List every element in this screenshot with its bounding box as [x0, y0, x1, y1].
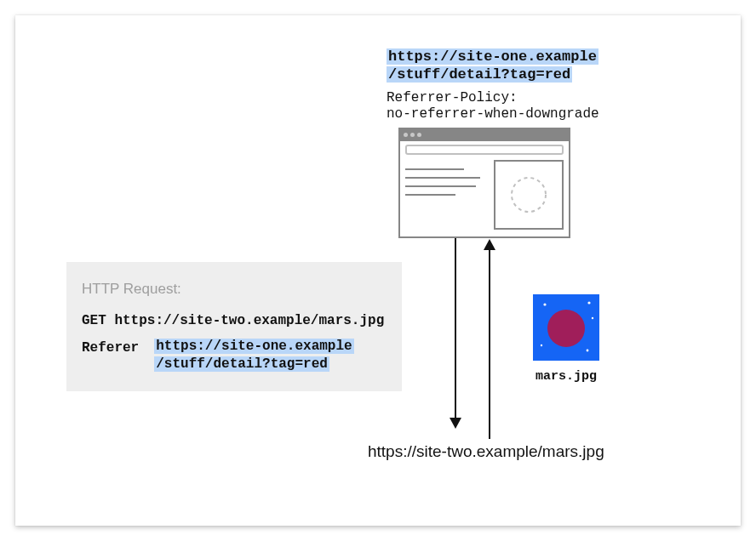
site-two-url: https://site-two.example/mars.jpg	[368, 442, 604, 461]
mars-thumbnail: mars.jpg	[533, 294, 599, 384]
http-referer-url: https://site-one.example /stuff/detail?t…	[154, 338, 353, 374]
browser-body	[400, 157, 569, 235]
svg-point-7	[587, 350, 589, 352]
http-request-box: HTTP Request: GET https://site-two.examp…	[66, 262, 402, 391]
mars-filename-label: mars.jpg	[533, 369, 599, 384]
image-placeholder-icon	[494, 160, 564, 230]
window-dot-icon	[404, 133, 408, 137]
arrow-up-icon	[489, 250, 490, 439]
svg-point-0	[512, 178, 546, 212]
mars-image-icon	[533, 294, 599, 361]
http-get-line: GET https://site-two.example/mars.jpg	[82, 310, 387, 333]
arrow-down-icon	[455, 238, 456, 427]
browser-urlbar-icon	[405, 145, 564, 155]
svg-point-3	[543, 303, 546, 305]
referer-url-line2: /stuff/detail?tag=red	[154, 356, 329, 372]
site-one-url: https://site-one.example /stuff/detail?t…	[387, 48, 598, 84]
browser-titlebar	[400, 129, 569, 141]
svg-point-4	[587, 301, 590, 304]
referer-url-line1: https://site-one.example	[154, 339, 353, 354]
browser-window-icon	[398, 128, 570, 238]
http-referer-label: Referer	[82, 338, 139, 360]
svg-point-2	[547, 310, 585, 347]
http-referer-row: Referer https://site-one.example /stuff/…	[82, 338, 387, 374]
policy-line1: Referrer-Policy:	[387, 90, 518, 105]
text-lines-icon	[405, 160, 489, 230]
policy-line2: no-referrer-when-downgrade	[387, 106, 599, 122]
window-dot-icon	[417, 133, 421, 137]
site-one-url-line1: https://site-one.example	[387, 48, 598, 65]
diagram-card: https://site-one.example /stuff/detail?t…	[15, 15, 741, 526]
svg-point-6	[541, 345, 542, 346]
window-dot-icon	[410, 133, 415, 137]
http-request-title: HTTP Request:	[82, 277, 387, 300]
referrer-policy-text: Referrer-Policy: no-referrer-when-downgr…	[387, 90, 599, 122]
svg-point-5	[592, 317, 593, 319]
site-one-url-line2: /stuff/detail?tag=red	[387, 66, 572, 83]
